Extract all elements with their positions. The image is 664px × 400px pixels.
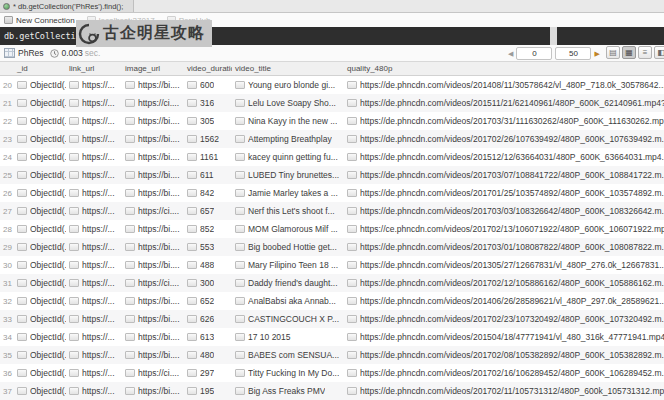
table-view-button[interactable]: ▦	[622, 46, 636, 59]
cell-image-url[interactable]: https://ci....	[122, 98, 184, 108]
cell-link-url[interactable]: https://...	[66, 260, 122, 270]
table-row[interactable]: 30 ObjectId(... https://... https://bi..…	[0, 256, 664, 274]
cell-video-duration[interactable]: 842	[184, 188, 232, 198]
column-header-video-duration[interactable]: video_duration	[184, 64, 232, 73]
cell-link-url[interactable]: https://...	[66, 314, 122, 324]
text-view-button[interactable]: ≡	[638, 46, 652, 59]
cell-id[interactable]: ObjectId(...	[14, 206, 66, 216]
cell-image-url[interactable]: https://ci....	[122, 278, 184, 288]
cell-video-duration[interactable]: 305	[184, 116, 232, 126]
cell-quality-480p[interactable]: https://de.phncdn.com/videos/201511/21/6…	[344, 98, 664, 108]
cell-video-duration[interactable]: 611	[184, 170, 232, 180]
cell-link-url[interactable]: https://...	[66, 152, 122, 162]
cell-quality-480p[interactable]: https://de.phncdn.com/videos/201512/12/6…	[344, 152, 664, 162]
cell-id[interactable]: ObjectId(...	[14, 80, 66, 90]
cell-quality-480p[interactable]: https://de.phncdn.com/videos/201701/25/1…	[344, 188, 664, 198]
tree-view-button[interactable]: ▤	[606, 46, 620, 59]
table-row[interactable]: 37 ObjectId(... https://... https://bi..…	[0, 382, 664, 400]
column-header-link-url[interactable]: link_url	[66, 64, 122, 73]
collection-name[interactable]: PhRes	[18, 48, 44, 58]
cell-link-url[interactable]: https://...	[66, 296, 122, 306]
cell-id[interactable]: ObjectId(...	[14, 242, 66, 252]
cell-link-url[interactable]: https://...	[66, 170, 122, 180]
cell-id[interactable]: ObjectId(...	[14, 188, 66, 198]
table-row[interactable]: 22 ObjectId(... https://... https://bi..…	[0, 112, 664, 130]
column-header-video-title[interactable]: video_title	[232, 64, 344, 73]
cell-id[interactable]: ObjectId(...	[14, 98, 66, 108]
cell-link-url[interactable]: https://...	[66, 278, 122, 288]
cell-id[interactable]: ObjectId(...	[14, 152, 66, 162]
cell-id[interactable]: ObjectId(...	[14, 332, 66, 342]
cell-image-url[interactable]: https://bi....	[122, 116, 184, 126]
cell-video-duration[interactable]: 480	[184, 350, 232, 360]
cell-video-title[interactable]: kacey quinn getting fu...	[232, 152, 344, 162]
next-page-button[interactable]: ▶	[594, 47, 599, 60]
cell-quality-480p[interactable]: https://de.phncdn.com/videos/201408/11/3…	[344, 80, 664, 90]
cell-video-duration[interactable]: 852	[184, 224, 232, 234]
table-row[interactable]: 28 ObjectId(... https://... https://bi..…	[0, 220, 664, 238]
table-row[interactable]: 36 ObjectId(... https://... https://ci..…	[0, 364, 664, 382]
cell-id[interactable]: ObjectId(...	[14, 260, 66, 270]
cell-link-url[interactable]: https://...	[66, 242, 122, 252]
cell-image-url[interactable]: https://bi....	[122, 242, 184, 252]
column-header-quality-480p[interactable]: quality_480p	[344, 64, 664, 73]
table-row[interactable]: 20 ObjectId(... https://... https://bi..…	[0, 76, 664, 94]
cell-image-url[interactable]: https://bi....	[122, 224, 184, 234]
cell-image-url[interactable]: https://bi....	[122, 134, 184, 144]
cell-id[interactable]: ObjectId(...	[14, 134, 66, 144]
cell-video-title[interactable]: AnalBabsi aka Annab...	[232, 296, 344, 306]
cell-quality-480p[interactable]: https://de.phncdn.com/videos/201702/11/1…	[344, 386, 664, 396]
cell-id[interactable]: ObjectId(...	[14, 224, 66, 234]
table-row[interactable]: 32 ObjectId(... https://... https://bi..…	[0, 292, 664, 310]
cell-quality-480p[interactable]: https://de.phncdn.com/videos/201703/03/1…	[344, 206, 664, 216]
column-header-image-url[interactable]: image_url	[122, 64, 184, 73]
cell-video-duration[interactable]: 488	[184, 260, 232, 270]
cell-video-title[interactable]: Attempting Breathplay	[232, 134, 344, 144]
cell-video-title[interactable]: Big boobed Hottie get...	[232, 242, 344, 252]
cell-quality-480p[interactable]: https://de.phncdn.com/videos/201504/18/4…	[344, 332, 664, 342]
cell-video-duration[interactable]: 600	[184, 80, 232, 90]
cell-id[interactable]: ObjectId(...	[14, 386, 66, 396]
cell-link-url[interactable]: https://...	[66, 350, 122, 360]
cell-id[interactable]: ObjectId(...	[14, 314, 66, 324]
cell-quality-480p[interactable]: https://de.phncdn.com/videos/201702/26/1…	[344, 134, 664, 144]
cell-video-title[interactable]: Mary Filipino Teen 18 ...	[232, 260, 344, 270]
cell-link-url[interactable]: https://...	[66, 224, 122, 234]
table-row[interactable]: 33 ObjectId(... https://... https://bi..…	[0, 310, 664, 328]
cell-image-url[interactable]: https://bi....	[122, 152, 184, 162]
cell-video-title[interactable]: Nina Kayy in the new ...	[232, 116, 344, 126]
cell-video-title[interactable]: 17 10 2015	[232, 332, 344, 342]
table-row[interactable]: 23 ObjectId(... https://... https://bi..…	[0, 130, 664, 148]
cell-video-title[interactable]: BABES com SENSUA...	[232, 350, 344, 360]
cell-video-title[interactable]: Titty Fucking In My Do...	[232, 368, 344, 378]
cell-video-title[interactable]: MOM Glamorous Milf ...	[232, 224, 344, 234]
cell-link-url[interactable]: https://...	[66, 368, 122, 378]
cell-link-url[interactable]: https://...	[66, 386, 122, 396]
cell-image-url[interactable]: https://bi....	[122, 314, 184, 324]
custom-view-button[interactable]: ◧	[654, 46, 664, 59]
cell-video-title[interactable]: Jamie Marley takes a ...	[232, 188, 344, 198]
cell-link-url[interactable]: https://...	[66, 134, 122, 144]
cell-video-title[interactable]: Lelu Love Soapy Sho...	[232, 98, 344, 108]
cell-image-url[interactable]: https://bi....	[122, 170, 184, 180]
cell-video-duration[interactable]: 1562	[184, 134, 232, 144]
column-header-id[interactable]: _id	[14, 64, 66, 73]
cell-video-title[interactable]: Nerf this Let's shoot f...	[232, 206, 344, 216]
cell-image-url[interactable]: https://ci....	[122, 206, 184, 216]
cell-video-title[interactable]: LUBED Tiny brunettes...	[232, 170, 344, 180]
cell-link-url[interactable]: https://...	[66, 332, 122, 342]
cell-video-duration[interactable]: 652	[184, 296, 232, 306]
table-row[interactable]: 25 ObjectId(... https://... https://bi..…	[0, 166, 664, 184]
cell-quality-480p[interactable]: https://de.phncdn.com/videos/201406/26/2…	[344, 296, 664, 306]
cell-id[interactable]: ObjectId(...	[14, 296, 66, 306]
cell-link-url[interactable]: https://...	[66, 188, 122, 198]
table-row[interactable]: 35 ObjectId(... https://... https://bi..…	[0, 346, 664, 364]
cell-video-title[interactable]: CASTINGCOUCH X P...	[232, 314, 344, 324]
cell-video-duration[interactable]: 626	[184, 314, 232, 324]
cell-video-duration[interactable]: 300	[184, 278, 232, 288]
page-start-input[interactable]	[516, 47, 552, 60]
cell-video-duration[interactable]: 613	[184, 332, 232, 342]
cell-image-url[interactable]: https://bi....	[122, 386, 184, 396]
cell-quality-480p[interactable]: https://de.phncdn.com/videos/201305/27/1…	[344, 260, 664, 270]
cell-quality-480p[interactable]: https://ce.phncdn.com/videos/201702/13/1…	[344, 224, 664, 234]
